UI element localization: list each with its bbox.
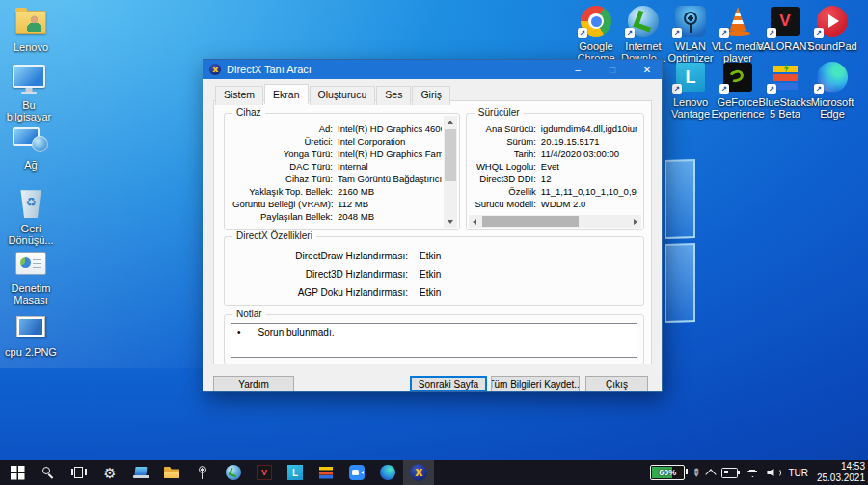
desktop-icon-network[interactable]: Ağ bbox=[3, 123, 59, 171]
desktop-icon-lenovo[interactable]: Lenovo bbox=[3, 6, 59, 53]
tab-ses[interactable]: Ses bbox=[376, 86, 411, 105]
desktop-icon-soundpad[interactable]: SoundPad bbox=[804, 5, 860, 52]
close-button[interactable] bbox=[633, 60, 662, 79]
pen-icon[interactable] bbox=[690, 466, 703, 479]
tab-sistem[interactable]: Sistem bbox=[215, 86, 263, 105]
clock[interactable]: 14:53 25.03.2021 bbox=[815, 461, 865, 485]
desktop-icon-label: Denetim Masası bbox=[3, 283, 59, 307]
scroll-down-icon[interactable] bbox=[444, 215, 457, 228]
drivers-groupbox: Sürücüler Ana Sürücü:igdumdim64.dll,igd1… bbox=[466, 113, 644, 230]
task-view-button[interactable] bbox=[64, 460, 95, 485]
taskbar-settings-button[interactable] bbox=[95, 460, 125, 485]
taskbar-bluestacks-button[interactable] bbox=[311, 460, 341, 485]
language-indicator[interactable]: TUR bbox=[788, 468, 808, 478]
desktop-icon-edge[interactable]: Microsoft Edge bbox=[804, 61, 860, 121]
shortcut-arrow-icon bbox=[719, 84, 729, 94]
field-value: Tam Görüntü Bağdaştırıcısı bbox=[338, 174, 442, 184]
field-value: WDDM 2.0 bbox=[541, 199, 637, 209]
user-folder-icon bbox=[15, 11, 46, 34]
desktop-icon-label: SoundPad bbox=[807, 40, 856, 52]
idm-icon bbox=[226, 465, 241, 480]
desktop-icon-control-panel[interactable]: Denetim Masası bbox=[3, 247, 59, 307]
taskbar: 60% TUR 14:53 25.03.2021 bbox=[0, 460, 868, 485]
field-value: 2160 MB bbox=[338, 186, 442, 197]
file-explorer-icon bbox=[164, 467, 179, 478]
taskbar-lenovo-vantage-button[interactable] bbox=[280, 460, 311, 485]
minimize-button[interactable] bbox=[563, 60, 592, 79]
maximize-button[interactable] bbox=[598, 60, 627, 79]
taskbar-search-button[interactable] bbox=[33, 460, 64, 485]
field-row: Cihaz Türü:Tam Görüntü Bağdaştırıcısı bbox=[232, 173, 442, 185]
notes-listbox[interactable]: Sorun bulunmadı. bbox=[231, 323, 637, 358]
hidden-icons-chevron-icon[interactable] bbox=[706, 469, 717, 479]
windows-start-icon bbox=[11, 466, 25, 480]
field-label: Cihaz Türü: bbox=[232, 174, 333, 184]
system-tray: 60% TUR 14:53 25.03.2021 bbox=[650, 460, 865, 485]
clock-time: 14:53 bbox=[815, 461, 865, 473]
drivers-groupbox-title: Sürücüler bbox=[475, 107, 524, 118]
tab-olusturucu[interactable]: Oluşturucu bbox=[310, 86, 376, 105]
note-item: Sorun bulunmadı. bbox=[231, 324, 637, 340]
tab-giris[interactable]: Giriş bbox=[412, 86, 450, 105]
taskbar-idm-button[interactable] bbox=[218, 460, 249, 485]
scroll-left-icon[interactable] bbox=[469, 215, 481, 228]
recycle-bin-icon bbox=[19, 189, 42, 218]
scrollbar-thumb[interactable] bbox=[445, 129, 456, 181]
lenovo-vantage-icon bbox=[287, 465, 303, 480]
network-globe-icon bbox=[13, 127, 40, 146]
field-value: 20.19.15.5171 bbox=[541, 136, 637, 147]
field-label: WHQL Logolu: bbox=[475, 161, 536, 172]
exit-button[interactable]: Çıkış bbox=[585, 376, 648, 391]
shortcut-arrow-icon bbox=[767, 28, 776, 38]
battery-percent-widget[interactable]: 60% bbox=[650, 465, 685, 480]
field-label: Ana Sürücü: bbox=[475, 123, 536, 134]
scrollbar-thumb[interactable] bbox=[482, 216, 579, 227]
vertical-scrollbar[interactable] bbox=[444, 116, 457, 228]
shortcut-arrow-icon bbox=[625, 28, 635, 38]
field-label: Üretici: bbox=[232, 136, 333, 147]
field-label: AGP Doku Hızlandırması: bbox=[232, 287, 408, 298]
field-row: WHQL Logolu:Evet bbox=[475, 160, 637, 173]
taskbar-edge-button[interactable] bbox=[372, 460, 403, 485]
desktop-icon-this-pc[interactable]: Bu bilgisayar bbox=[1, 64, 57, 123]
titlebar[interactable]: DirectX Tanı Aracı bbox=[203, 60, 662, 79]
wifi-icon[interactable] bbox=[745, 468, 760, 478]
field-label: DAC Türü: bbox=[232, 161, 333, 172]
laptop-icon bbox=[133, 467, 149, 479]
scroll-up-icon[interactable] bbox=[444, 116, 457, 128]
field-row: Sürücü Modeli:WDDM 2.0 bbox=[475, 198, 637, 210]
shortcut-arrow-icon bbox=[672, 28, 682, 38]
field-value: Intel(R) HD Graphics 4600 bbox=[338, 123, 442, 134]
volume-icon[interactable] bbox=[767, 467, 781, 478]
taskbar-valorant-button[interactable] bbox=[249, 460, 280, 485]
desktop-icon-cpu-png[interactable]: cpu 2.PNG bbox=[3, 310, 59, 358]
field-label: Yonga Türü: bbox=[232, 148, 333, 159]
clock-date: 25.03.2021 bbox=[815, 472, 865, 485]
taskbar-this-pc-button[interactable] bbox=[125, 460, 156, 485]
horizontal-scrollbar[interactable] bbox=[469, 215, 641, 228]
field-row: AGP Doku Hızlandırması:Etkin bbox=[232, 287, 643, 298]
field-value: 12 bbox=[541, 174, 637, 184]
field-row: Ad:Intel(R) HD Graphics 4600 bbox=[232, 122, 442, 135]
start-button[interactable] bbox=[2, 460, 33, 485]
computer-monitor-icon bbox=[13, 65, 45, 88]
save-all-info-button[interactable]: Tüm Bilgileri Kaydet... bbox=[491, 376, 580, 391]
device-groupbox-title: Cihaz bbox=[232, 107, 265, 118]
bullet-icon bbox=[237, 327, 241, 337]
battery-percent-text: 60% bbox=[659, 468, 676, 477]
next-page-button[interactable]: Sonraki Sayfa bbox=[410, 376, 487, 391]
tab-ekran[interactable]: Ekran bbox=[264, 84, 308, 104]
taskbar-dxdiag-button[interactable] bbox=[403, 460, 434, 485]
battery-plug-icon[interactable] bbox=[721, 468, 738, 478]
desktop-icon-recycle-bin[interactable]: Geri Dönüşü... bbox=[3, 187, 59, 247]
field-value: Intel Corporation bbox=[338, 136, 442, 147]
taskbar-zoom-button[interactable] bbox=[341, 460, 372, 485]
taskbar-file-explorer-button[interactable] bbox=[156, 460, 187, 485]
window-title: DirectX Tanı Aracı bbox=[227, 64, 557, 75]
help-button[interactable]: Yardım bbox=[213, 376, 294, 391]
shortcut-arrow-icon bbox=[719, 28, 729, 38]
scroll-right-icon[interactable] bbox=[629, 215, 641, 228]
taskbar-wlan-optimizer-button[interactable] bbox=[187, 460, 218, 485]
bluestacks-icon bbox=[318, 465, 334, 480]
field-value: igdumdim64.dll,igd10iumd64.dll,igd10iu bbox=[541, 123, 637, 134]
